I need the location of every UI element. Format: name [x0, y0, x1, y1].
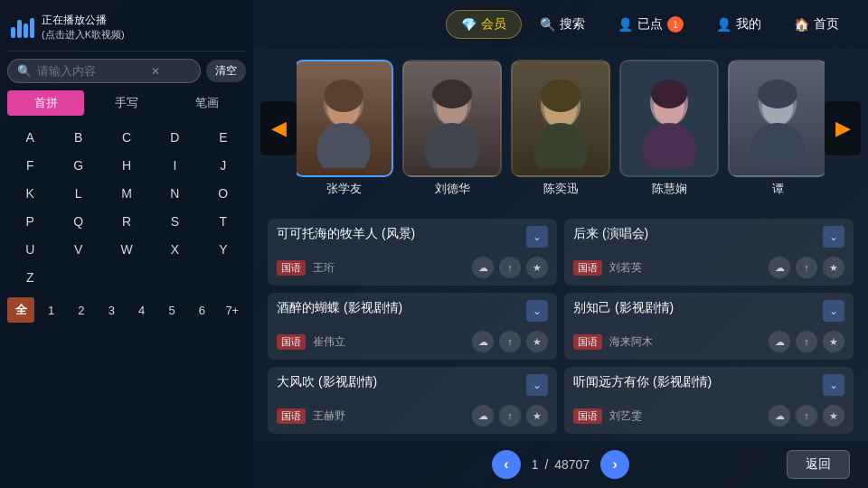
carousel-next-button[interactable]: ▶ [825, 101, 861, 155]
song-item-4[interactable]: 大风吹 (影视剧情) ⌄ 国语 王赫野 ☁ ↑ ★ [268, 367, 557, 434]
my-button[interactable]: 👤 我的 [702, 11, 776, 38]
song-expand-4[interactable]: ⌄ [526, 374, 548, 396]
song-item-0[interactable]: 可可托海的牧羊人 (风景) ⌄ 国语 王珩 ☁ ↑ ★ [268, 219, 557, 286]
key-y[interactable]: Y [201, 237, 246, 262]
key-f[interactable]: F [7, 153, 52, 178]
artist-photo-4 [728, 60, 825, 177]
download-icon-1[interactable]: ☁ [769, 257, 790, 278]
my-icon: 👤 [716, 17, 731, 32]
song-list: 可可托海的牧羊人 (风景) ⌄ 国语 王珩 ☁ ↑ ★ 后来 (演唱会) ⌄ 国… [253, 211, 868, 441]
key-l[interactable]: L [55, 181, 100, 206]
key-c[interactable]: C [104, 125, 149, 150]
key-p[interactable]: P [7, 209, 52, 234]
now-playing-section[interactable]: 正在播放公播 (点击进入K歌视频) [7, 7, 246, 52]
key-d[interactable]: D [152, 125, 197, 150]
song-item-1[interactable]: 后来 (演唱会) ⌄ 国语 刘若英 ☁ ↑ ★ [564, 219, 854, 286]
key-6[interactable]: 6 [188, 299, 215, 322]
key-5[interactable]: 5 [158, 299, 185, 322]
key-m[interactable]: M [104, 181, 149, 206]
home-button[interactable]: 🏠 首页 [779, 11, 854, 38]
fav-icon-1[interactable]: ★ [823, 257, 844, 278]
download-icon-5[interactable]: ☁ [769, 405, 790, 427]
carousel-prev-button[interactable]: ◀ [260, 101, 297, 155]
queue-icon-1[interactable]: ↑ [796, 257, 817, 278]
queue-icon-3[interactable]: ↑ [796, 331, 817, 352]
key-x[interactable]: X [152, 237, 197, 262]
tab-bihua[interactable]: 笔画 [169, 90, 246, 116]
key-t[interactable]: T [201, 209, 246, 234]
key-u[interactable]: U [7, 237, 52, 262]
download-icon-4[interactable]: ☁ [472, 405, 494, 427]
song-item-2[interactable]: 酒醉的蝴蝶 (影视剧情) ⌄ 国语 崔伟立 ☁ ↑ ★ [268, 293, 557, 360]
song-expand-0[interactable]: ⌄ [526, 226, 548, 248]
song-expand-1[interactable]: ⌄ [823, 226, 844, 248]
key-all[interactable]: 全 [7, 297, 34, 323]
song-item-3[interactable]: 别知己 (影视剧情) ⌄ 国语 海来阿木 ☁ ↑ ★ [564, 293, 854, 360]
key-4[interactable]: 4 [128, 299, 156, 322]
prev-page-button[interactable]: ‹ [492, 450, 521, 479]
download-icon-3[interactable]: ☁ [769, 331, 790, 352]
download-icon-2[interactable]: ☁ [472, 331, 494, 352]
key-h[interactable]: H [104, 153, 149, 178]
key-n[interactable]: N [152, 181, 197, 206]
search-input[interactable] [37, 64, 146, 78]
song-title-2: 酒醉的蝴蝶 (影视剧情) [277, 300, 526, 316]
fav-icon-3[interactable]: ★ [823, 331, 844, 352]
artist-name-4: 谭 [772, 181, 784, 197]
download-icon-0[interactable]: ☁ [472, 257, 494, 278]
key-v[interactable]: V [55, 237, 100, 262]
key-2[interactable]: 2 [68, 299, 95, 322]
fav-icon-0[interactable]: ★ [526, 257, 548, 278]
key-7plus[interactable]: 7+ [219, 299, 246, 322]
queue-icon-4[interactable]: ↑ [499, 405, 521, 427]
artist-card-2[interactable]: 陈奕迅 [511, 60, 610, 197]
key-z[interactable]: Z [7, 265, 52, 290]
queue-icon: 👤 [618, 17, 633, 32]
clear-button[interactable]: 清空 [206, 60, 246, 82]
key-o[interactable]: O [201, 181, 246, 206]
song-expand-3[interactable]: ⌄ [823, 300, 844, 322]
artist-card-1[interactable]: 刘德华 [402, 60, 502, 197]
key-g[interactable]: G [55, 153, 100, 178]
key-q[interactable]: Q [55, 209, 100, 234]
key-k[interactable]: K [7, 181, 52, 206]
key-r[interactable]: R [104, 209, 149, 234]
key-3[interactable]: 3 [98, 299, 125, 322]
search-button[interactable]: 🔍 搜索 [525, 11, 599, 38]
key-j[interactable]: J [201, 153, 246, 178]
artist-card-0[interactable]: 张学友 [297, 60, 393, 197]
pagination-bar: ‹ 1 / 48707 › 返回 [253, 441, 868, 488]
next-page-button[interactable]: › [600, 450, 629, 479]
song-item-5[interactable]: 听闻远方有你 (影视剧情) ⌄ 国语 刘艺雯 ☁ ↑ ★ [564, 367, 854, 434]
artist-name-3: 陈慧娴 [652, 181, 687, 197]
artist-card-3[interactable]: 陈慧娴 [619, 60, 719, 197]
song-expand-2[interactable]: ⌄ [526, 300, 548, 322]
tab-shuxie[interactable]: 手写 [88, 90, 165, 116]
fav-icon-5[interactable]: ★ [823, 405, 844, 427]
queue-icon-5[interactable]: ↑ [796, 405, 817, 427]
page-info: 1 / 48707 [532, 457, 590, 472]
key-a[interactable]: A [7, 125, 52, 150]
queue-icon-2[interactable]: ↑ [499, 331, 521, 352]
sidebar: 正在播放公播 (点击进入K歌视频) 🔍 ✕ 清空 首拼 手写 笔画 A B C … [0, 0, 253, 488]
fav-icon-2[interactable]: ★ [526, 331, 548, 352]
tab-shoupin[interactable]: 首拼 [7, 90, 84, 116]
queue-icon-0[interactable]: ↑ [499, 257, 521, 278]
song-title-3: 别知己 (影视剧情) [573, 300, 823, 316]
vip-button[interactable]: 💎 会员 [446, 10, 522, 39]
artist-card-4[interactable]: 谭 [728, 60, 825, 197]
key-b[interactable]: B [55, 125, 100, 150]
key-1[interactable]: 1 [37, 299, 64, 322]
key-e[interactable]: E [201, 125, 246, 150]
search-box[interactable]: 🔍 ✕ [7, 59, 201, 83]
key-w[interactable]: W [104, 237, 149, 262]
key-s[interactable]: S [152, 209, 197, 234]
svg-point-3 [316, 123, 371, 168]
svg-point-19 [750, 123, 805, 168]
back-button[interactable]: 返回 [787, 450, 850, 479]
key-i[interactable]: I [152, 153, 197, 178]
queue-button[interactable]: 👤 已点 1 [603, 11, 698, 38]
song-expand-5[interactable]: ⌄ [823, 374, 844, 396]
input-mode-tabs: 首拼 手写 笔画 [7, 90, 246, 116]
fav-icon-4[interactable]: ★ [526, 405, 548, 427]
